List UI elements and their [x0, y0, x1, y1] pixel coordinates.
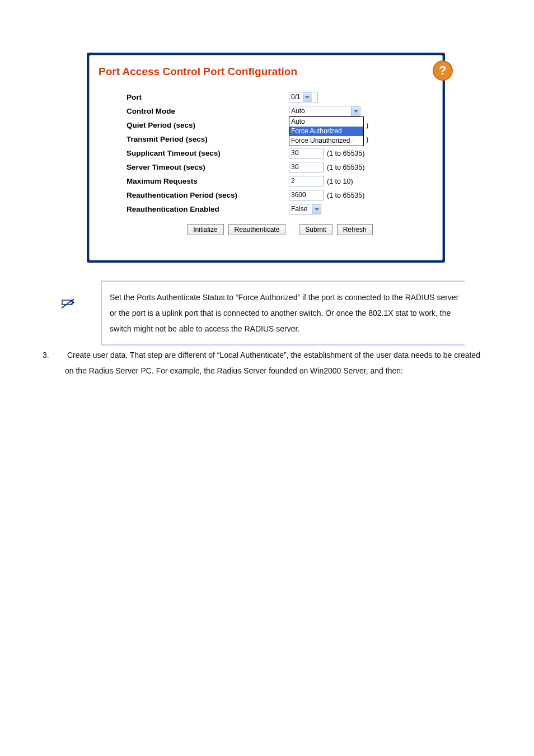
form-area: Port 0/1 Control Mode Auto: [99, 90, 433, 235]
panel-title: Port Access Control Port Configuration: [99, 66, 433, 78]
reauthenticate-button[interactable]: Reauthenticate: [228, 224, 286, 235]
step-text-first: Create user data. That step are differen…: [67, 351, 480, 360]
pencil-note-icon: [60, 298, 75, 310]
supplicant-timeout-input[interactable]: 30: [289, 148, 324, 158]
refresh-button[interactable]: Refresh: [337, 224, 373, 235]
hint-transmit-period-tail: ): [365, 136, 368, 143]
dropdown-option-force-authorized[interactable]: Force Authorized: [289, 127, 363, 136]
hint-max-requests: (1 to 10): [327, 178, 353, 185]
label-reauth-period: Reauthentication Period (secs): [127, 191, 289, 199]
panel-body: Port Access Control Port Configuration P…: [89, 55, 443, 260]
label-max-requests: Maximum Requests: [127, 177, 289, 185]
chevron-down-icon: [303, 92, 312, 102]
dropdown-option-force-unauthorized[interactable]: Force Unauthorized: [289, 136, 363, 146]
control-mode-dropdown: Auto Force Authorized Force Unauthorized: [289, 116, 364, 146]
port-select-value: 0/1: [289, 92, 303, 102]
label-quiet-period: Quiet Period (secs): [127, 121, 289, 129]
help-icon: ?: [439, 64, 446, 77]
label-control-mode: Control Mode: [127, 107, 289, 115]
help-button[interactable]: ?: [433, 60, 453, 81]
hint-server-timeout: (1 to 65535): [327, 164, 364, 171]
label-transmit-period: Transmit Period (secs): [127, 135, 289, 143]
step-number: 3.: [43, 347, 65, 363]
control-mode-select[interactable]: Auto: [289, 106, 360, 116]
reauth-period-input[interactable]: 3600: [289, 190, 324, 200]
config-panel: Port Access Control Port Configuration P…: [87, 53, 445, 263]
initialize-button[interactable]: Initialize: [187, 224, 223, 235]
label-port: Port: [127, 93, 289, 101]
button-row: Initialize Reauthenticate Submit Refresh: [127, 224, 433, 235]
control-mode-value: Auto: [289, 106, 351, 116]
label-reauth-enabled: Reauthentication Enabled: [127, 205, 289, 213]
submit-button[interactable]: Submit: [299, 224, 332, 235]
server-timeout-input[interactable]: 30: [289, 162, 324, 172]
step-text-rest: on the Radius Server PC. For example, th…: [43, 363, 485, 379]
hint-quiet-period-tail: ): [365, 122, 368, 129]
hint-reauth-period: (1 to 65535): [327, 192, 364, 199]
label-supplicant-timeout: Supplicant Timeout (secs): [127, 149, 289, 157]
hint-supplicant-timeout: (1 to 65535): [327, 150, 364, 157]
port-select[interactable]: 0/1: [289, 92, 318, 102]
dropdown-option-auto[interactable]: Auto: [289, 117, 363, 127]
label-server-timeout: Server Timeout (secs): [127, 163, 289, 171]
max-requests-input[interactable]: 2: [289, 176, 324, 186]
reauth-enabled-select[interactable]: False: [289, 204, 321, 214]
note-text: Set the Ports Authenticate Status to “Fo…: [101, 281, 465, 346]
step-3: 3. Create user data. That step are diffe…: [43, 347, 485, 379]
chevron-down-icon: [351, 106, 360, 116]
chevron-down-icon: [312, 204, 321, 214]
reauth-enabled-value: False: [289, 204, 312, 214]
